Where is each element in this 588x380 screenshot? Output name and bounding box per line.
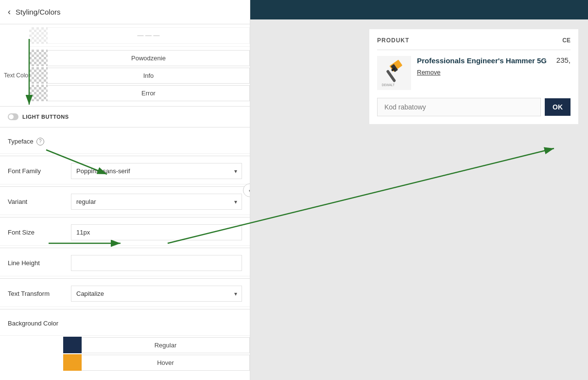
divider-5: [0, 217, 250, 217]
font-size-row: Font Size: [0, 219, 250, 246]
divider-2: [0, 127, 250, 127]
text-transform-select-wrapper: Capitalize Uppercase Lowercase None ▾: [71, 286, 242, 302]
line-height-row: Line Height: [0, 250, 250, 276]
product-image: DEWALT: [377, 56, 411, 90]
typeface-row: Typeface ?: [0, 129, 250, 154]
variant-control: regular bold italic light ▾: [71, 194, 242, 210]
swatch-btn-error[interactable]: Error: [48, 85, 250, 101]
cart-header: PRODUKT CE: [377, 37, 571, 50]
bg-btn-regular[interactable]: Regular: [82, 337, 250, 353]
discount-row: OK: [377, 98, 571, 116]
divider-6: [0, 248, 250, 248]
bg-color-label-row: Background Color: [0, 311, 250, 336]
text-color-label: Text Color: [2, 72, 30, 79]
product-info: Professionals Engineer's Hammer 5G Remov…: [417, 56, 551, 76]
font-family-row: Font Family Poppins, sans-serif Roboto, …: [0, 158, 250, 184]
text-transform-row: Text Transform Capitalize Uppercase Lowe…: [0, 281, 250, 307]
swatch-top[interactable]: — — —: [48, 27, 250, 44]
swatch-preview-error: [29, 85, 48, 101]
font-family-control: Poppins, sans-serif Roboto, sans-serif O…: [71, 163, 242, 179]
divider-4: [0, 186, 250, 187]
back-icon[interactable]: ‹: [8, 7, 11, 17]
swatch-preview-powodzenie: [29, 50, 48, 66]
line-height-input[interactable]: [71, 255, 242, 271]
panel-header: ‹ Styling/Colors: [0, 0, 250, 24]
ok-button[interactable]: OK: [545, 98, 571, 116]
typeface-label: Typeface ?: [8, 138, 71, 145]
product-name: Professionals Engineer's Hammer 5G: [417, 56, 551, 66]
top-bar: [250, 0, 588, 19]
divider-3: [0, 156, 250, 156]
swatch-row-error: Error: [29, 85, 250, 101]
swatch-preview-top: [29, 27, 48, 44]
color-swatches-section: Text Color Powodzenie Info Error: [0, 47, 250, 104]
light-buttons-section: LIGHT BUTTONS: [0, 109, 250, 125]
panel-title: Styling/Colors: [16, 8, 61, 16]
cart-box: PRODUKT CE DEWALT: [369, 29, 578, 124]
font-size-control: [71, 224, 242, 240]
discount-input[interactable]: [377, 98, 541, 116]
cart-header-price-label: CE: [562, 37, 571, 44]
variant-row: Variant regular bold italic light ▾: [0, 189, 250, 215]
light-buttons-toggle[interactable]: [8, 113, 18, 120]
svg-text:DEWALT: DEWALT: [381, 83, 394, 86]
bg-color-label: Background Color: [8, 320, 71, 327]
bg-swatch-hover[interactable]: [63, 354, 82, 371]
text-transform-label: Text Transform: [8, 290, 71, 297]
product-price: 235,: [556, 56, 571, 64]
cart-header-product-label: PRODUKT: [377, 37, 409, 44]
right-content: PRODUKT CE DEWALT: [250, 19, 588, 380]
bg-btn-hover[interactable]: Hover: [82, 355, 250, 371]
swatch-row-powodzenie: Powodzenie: [29, 50, 250, 66]
swatch-btn-info[interactable]: Info: [48, 68, 250, 84]
font-family-select[interactable]: Poppins, sans-serif Roboto, sans-serif O…: [71, 163, 242, 179]
variant-select[interactable]: regular bold italic light: [71, 194, 242, 210]
text-transform-control: Capitalize Uppercase Lowercase None ▾: [71, 286, 242, 302]
swatch-btn-powodzenie[interactable]: Powodzenie: [48, 50, 250, 66]
panel-content: — — — Text Color Powodzenie Info Error: [0, 24, 250, 380]
light-buttons-label: LIGHT BUTTONS: [22, 114, 69, 120]
variant-select-wrapper: regular bold italic light ▾: [71, 194, 242, 210]
text-transform-select[interactable]: Capitalize Uppercase Lowercase None: [71, 286, 242, 302]
font-family-select-wrapper: Poppins, sans-serif Roboto, sans-serif O…: [71, 163, 242, 179]
font-size-input[interactable]: [71, 224, 242, 240]
swatch-preview-info: [29, 67, 48, 84]
font-family-label: Font Family: [8, 167, 71, 175]
bg-color-regular-row: Regular: [63, 337, 250, 353]
right-panel: PRODUKT CE DEWALT: [250, 0, 588, 380]
hammer-svg: DEWALT: [379, 57, 410, 89]
divider-7: [0, 278, 250, 279]
bg-swatch-regular[interactable]: [63, 337, 82, 353]
variant-label: Variant: [8, 198, 71, 205]
bg-color-hover-row: Hover: [63, 354, 250, 371]
line-height-control: [71, 255, 242, 271]
line-height-label: Line Height: [8, 259, 71, 267]
left-panel: ‹ Styling/Colors — — — Text Color Powodz…: [0, 0, 250, 380]
swatch-row-info: Info: [29, 67, 250, 84]
typeface-help-icon[interactable]: ?: [36, 138, 44, 145]
divider-1: [0, 106, 250, 107]
font-size-label: Font Size: [8, 229, 71, 236]
cart-item: DEWALT Professionals Engineer's Hammer 5…: [377, 56, 571, 90]
divider-8: [0, 309, 250, 309]
product-remove-link[interactable]: Remove: [417, 69, 551, 76]
